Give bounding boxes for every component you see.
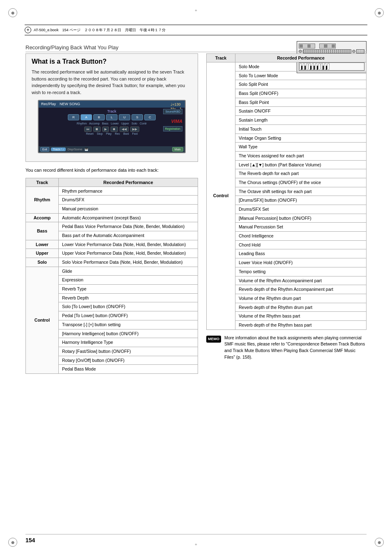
perf-bass-split-onoff: Bass Split (ON/OFF) (235, 89, 367, 98)
right-column: Track Recorded Performance Control Solo … (198, 53, 367, 378)
center-mark-top: + (195, 8, 197, 13)
sound-kbd-panel: Sound/KBD (163, 109, 182, 114)
disp-scene: Disp/Scene (67, 148, 82, 151)
page: ⊕ ⊕ ⊕ ⊕ + + AT-500_e.book 154 ページ ２００８年７… (0, 0, 392, 555)
perf-vintage-organ: Vintage Organ Setting (235, 134, 367, 143)
main-button[interactable]: Main (172, 147, 183, 152)
perf-harmony-type: Harmony Intelligence Type (59, 338, 198, 347)
perf-bass-split-point: Bass Split Point (235, 98, 367, 107)
perf-volume-rhythm-bass: Volume of the Rhythm bass part (235, 312, 367, 321)
table-row: Rhythm Rhythm performance (26, 187, 198, 196)
ctrl-fwd[interactable]: ▶▶ (130, 127, 139, 132)
section-description: The recorded performance will be automat… (32, 69, 192, 96)
left-column: What is a Track Button? The recorded per… (25, 53, 198, 378)
right-col-perf-header: Recorded Performance (235, 54, 367, 62)
table-row: Upper Upper Voice Performance Data (Note… (26, 249, 198, 258)
exit-button[interactable]: Exit (40, 147, 49, 152)
perf-sustain-onoff: Sustain ON/OFF (235, 107, 367, 116)
two-column-layout: What is a Track Button? The recorded per… (25, 53, 367, 378)
perf-reverb-depth: Reverb Depth (59, 293, 198, 302)
perf-reverb-rhythm-drum: Reverb depth of the Rhythm drum part (235, 303, 367, 312)
perf-expression: Expression (59, 276, 198, 285)
perf-pedal-bass-mode: Pedal Bass Mode (59, 365, 198, 374)
perf-lower: Lower Voice Performance Data (Note, Hold… (59, 240, 198, 249)
screenshot-header: Rec/Play NEW SONG (39, 101, 185, 108)
perf-bass-1: Pedal Bass Voice Performance Data (Note,… (59, 222, 198, 231)
track-btn-s[interactable]: S (131, 114, 143, 120)
perf-rotary-fast: Rotary [Fast/Slow] button (ON/OFF) (59, 347, 198, 356)
corner-mark-tl: ⊕ (8, 8, 17, 17)
corner-mark-bl: ⊕ (8, 538, 17, 547)
table-row: Bass Pedal Bass Voice Performance Data (… (26, 222, 198, 231)
track-accomp: Accomp (26, 213, 59, 222)
perf-drums-sfx-btn: [Drums/SFX] button (ON/OFF) (235, 196, 367, 205)
track-btn-a[interactable]: A (81, 114, 92, 120)
perf-accomp: Automatic Accompaniment (except Bass) (59, 213, 198, 222)
perf-reverb-rhythm-bass: Reverb depth of the Rhythm bass part (235, 320, 367, 329)
ctrl-reset[interactable]: ⏮ (84, 127, 92, 132)
center-mark-bottom: + (195, 542, 197, 547)
table-row: Lower Lower Voice Performance Data (Note… (26, 240, 198, 249)
breadcrumb: Recording/Playing Back What You Play (25, 44, 118, 51)
track-btn-c[interactable]: C (144, 114, 156, 120)
perf-rhythm-performance: Rhythm performance (59, 187, 198, 196)
perf-reverb-rhythm-accomp: Reverb depth of the Rhythm Accompaniment… (235, 285, 367, 294)
perf-level-button: Level [▲][▼] button (Part Balance Volume… (235, 160, 367, 169)
ctrl-labels-row: ResetStopPlayRecBwdFwd (39, 132, 185, 135)
perf-initial-touch: Initial Touch (235, 124, 367, 134)
crosshair-icon (25, 27, 31, 33)
track-lower: Lower (26, 240, 59, 249)
ctrl-rec[interactable]: ⏺ (111, 127, 118, 132)
right-col-track-header: Track (207, 54, 235, 62)
perf-manual-perc-btn: [Manual Percussion] button (ON/OFF) (235, 214, 367, 223)
screenshot-mockup: Rec/Play NEW SONG ♩=130M= 1 Sound/KBD VI… (38, 100, 186, 153)
perf-drums-sfx-set: Drums/SFX Set (235, 205, 367, 214)
track-upper: Upper (26, 249, 59, 258)
track-btn-r[interactable]: R (68, 114, 79, 120)
ctrl-stop[interactable]: ⏹ (93, 127, 101, 132)
perf-bass-2: Bass part of the Automatic Accompaniment (59, 231, 198, 240)
track-control-left: Control (26, 267, 59, 373)
table-row: Solo Solo Voice Performance Data (Note, … (26, 258, 198, 267)
perf-chord-intelligence: Chord Intelligence (235, 232, 367, 241)
perf-solo-to-lower-btn: Solo [To Lower] button (ON/OFF) (59, 302, 198, 311)
perf-solo-mode: Solo Mode (235, 62, 367, 71)
perf-sustain-length: Sustain Length (235, 116, 367, 125)
table-row: Accomp Automatic Accompaniment (except B… (26, 213, 198, 222)
corner-mark-tr: ⊕ (375, 8, 384, 17)
track-btn-b[interactable]: B (93, 114, 105, 120)
perf-solo: Solo Voice Performance Data (Note, Hold,… (59, 258, 198, 267)
col-perf-header: Recorded Performance (59, 178, 198, 187)
perf-voices-assigned: The Voices assigned for each part (235, 151, 367, 160)
memo-badge: MEMO (206, 336, 221, 343)
right-data-table: Track Recorded Performance Control Solo … (206, 53, 367, 330)
perf-glide: Glide (59, 267, 198, 276)
track-solo: Solo (26, 258, 59, 267)
registration-panel: Registration (163, 126, 182, 131)
track-btn-l[interactable]: L (106, 114, 118, 120)
exit-bar: Exit Track / ♪ Disp/Scene 🎹 Main (39, 146, 185, 152)
perf-chorus-settings: The Chorus settings (ON/OFF) of the voic… (235, 178, 367, 187)
below-screenshot-text: You can record different kinds of perfor… (25, 167, 198, 174)
ctrl-bwd[interactable]: ◀◀ (120, 127, 129, 132)
col-track-header: Track (26, 178, 59, 187)
perf-upper: Upper Voice Performance Data (Note, Hold… (59, 249, 198, 258)
screenshot-header-left: Rec/Play NEW SONG (41, 101, 80, 107)
perf-reverb-depth-part: The Reverb depth for each part (235, 169, 367, 178)
table-row: Control Glide (26, 267, 198, 276)
perf-pedal-to-lower: Pedal [To Lower] button (ON/OFF) (59, 311, 198, 320)
perf-rotary-onoff: Rotary [On/Off] button (ON/OFF) (59, 356, 198, 365)
perf-manual-percussion: Manual percussion (59, 204, 198, 213)
track-buttons: R A B L U S C (39, 114, 185, 120)
perf-leading-bass: Leading Bass (235, 249, 367, 258)
perf-reverb-type: Reverb Type (59, 285, 198, 294)
corner-mark-br: ⊕ (375, 538, 384, 547)
perf-harmony-btn: [Harmony Intelligence] button (ON/OFF) (59, 329, 198, 338)
left-data-table: Track Recorded Performance Rhythm Rhythm… (25, 178, 198, 374)
header-text: AT-500_e.book 154 ページ ２００８年７月２８日 月曜日 午後４… (34, 28, 367, 33)
track-btn-u[interactable]: U (119, 114, 130, 120)
ctrl-play[interactable]: ▶ (102, 127, 109, 132)
track-bass: Bass (26, 222, 59, 240)
perf-volume-rhythm-drum: Volume of the Rhythm drum part (235, 294, 367, 303)
perf-volume-rhythm-accomp: Volume of the Rhythm Accompaniment part (235, 276, 367, 285)
